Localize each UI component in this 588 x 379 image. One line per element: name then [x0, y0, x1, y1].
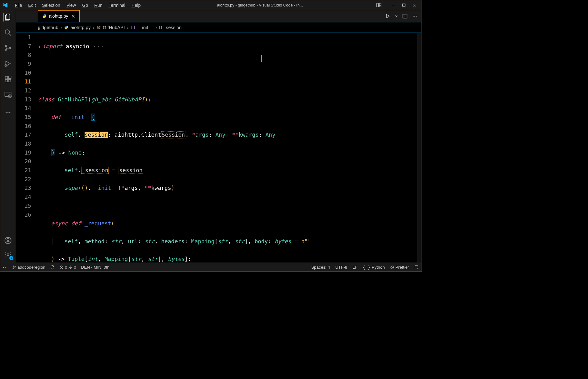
svg-point-24 — [7, 254, 9, 256]
editor-more-icon[interactable] — [412, 13, 417, 19]
svg-point-35 — [13, 266, 14, 266]
svg-point-42 — [70, 268, 71, 268]
svg-rect-13 — [5, 76, 8, 79]
line-gutter: 1 7 8 9 10 11 12 13 14 15 16 17 18 19 20… — [16, 32, 38, 262]
extensions-icon[interactable] — [3, 75, 12, 84]
settings-gear-icon[interactable]: 1 — [3, 250, 12, 259]
fold-icon[interactable]: › — [38, 42, 41, 51]
svg-point-31 — [416, 16, 417, 17]
chevron-right-icon: › — [93, 25, 94, 30]
svg-point-7 — [5, 30, 10, 34]
text-cursor — [261, 55, 261, 62]
activity-bar: 1 — [0, 10, 16, 262]
svg-rect-32 — [132, 26, 135, 29]
split-editor-icon[interactable] — [402, 13, 408, 19]
menu-terminal[interactable]: Terminal — [106, 2, 128, 7]
svg-rect-1 — [379, 3, 381, 5]
menu-go[interactable]: Go — [79, 2, 91, 7]
status-language[interactable]: { } Python — [363, 265, 385, 270]
code-content[interactable]: ›import asyncio ··· class GitHubAPI(gh_a… — [38, 32, 418, 262]
tab-close-icon[interactable] — [71, 14, 75, 18]
breadcrumb[interactable]: gidgethub › aiohttp.py › GitHubAPI › __i… — [16, 22, 422, 32]
tab-aiohttp[interactable]: aiohttp.py — [38, 10, 80, 22]
svg-point-20 — [7, 112, 8, 113]
tab-filename: aiohttp.py — [49, 14, 68, 19]
svg-point-9 — [5, 45, 7, 47]
status-eol[interactable]: LF — [353, 265, 358, 270]
svg-rect-14 — [5, 79, 8, 82]
close-icon[interactable] — [412, 3, 417, 8]
breadcrumb-file[interactable]: aiohttp.py — [64, 25, 90, 30]
svg-line-8 — [9, 33, 11, 36]
svg-point-30 — [414, 16, 415, 17]
svg-line-44 — [391, 266, 393, 268]
run-dropdown-icon[interactable] — [395, 15, 398, 18]
status-sync[interactable] — [50, 265, 55, 269]
explorer-icon[interactable] — [3, 13, 12, 22]
python-file-icon — [42, 14, 47, 18]
menu-view[interactable]: View — [63, 2, 79, 7]
source-control-icon[interactable] — [3, 44, 12, 53]
title-bar: File Edit Selection View Go Run Terminal… — [0, 0, 422, 10]
chevron-right-icon: › — [127, 25, 128, 30]
svg-point-11 — [9, 47, 10, 49]
svg-point-19 — [6, 112, 6, 113]
window-title: aiohttp.py - gidgethub - Visual Studio C… — [144, 3, 376, 7]
gear-badge: 1 — [9, 256, 13, 260]
status-encoding[interactable]: UTF-8 — [335, 265, 347, 270]
status-region[interactable]: DEN - MIN, 0th — [81, 265, 109, 270]
svg-rect-34 — [162, 26, 164, 29]
svg-point-36 — [13, 268, 14, 269]
run-debug-icon[interactable] — [3, 59, 12, 68]
svg-point-23 — [7, 238, 9, 241]
svg-point-29 — [413, 16, 414, 17]
menu-file[interactable]: File — [12, 2, 25, 7]
remote-explorer-icon[interactable] — [3, 90, 12, 99]
status-spaces[interactable]: Spaces: 4 — [311, 265, 330, 270]
minimize-icon[interactable] — [391, 3, 396, 8]
svg-point-10 — [5, 49, 7, 51]
chevron-right-icon: › — [155, 25, 157, 30]
breadcrumb-root[interactable]: gidgethub — [38, 25, 58, 30]
svg-rect-16 — [9, 76, 11, 79]
svg-rect-0 — [377, 3, 379, 7]
status-branch[interactable]: addcoderegion — [12, 265, 45, 270]
breadcrumb-symbol[interactable]: session — [159, 25, 182, 30]
chevron-right-icon: › — [61, 25, 62, 30]
account-icon[interactable] — [3, 236, 12, 245]
remote-icon[interactable] — [3, 265, 7, 269]
menu-edit[interactable]: Edit — [25, 2, 39, 7]
code-editor[interactable]: 1 7 8 9 10 11 12 13 14 15 16 17 18 19 20… — [16, 32, 422, 262]
vscode-logo-icon — [2, 2, 8, 8]
minimap[interactable] — [418, 32, 422, 262]
menu-run[interactable]: Run — [91, 2, 105, 7]
status-prettier[interactable]: Prettier — [390, 265, 409, 270]
maximize-icon[interactable] — [401, 3, 406, 8]
svg-point-21 — [9, 112, 10, 113]
svg-rect-33 — [159, 26, 162, 29]
menu-selection[interactable]: Selection — [39, 2, 63, 7]
svg-rect-2 — [379, 5, 381, 7]
more-icon[interactable] — [3, 108, 12, 117]
svg-rect-4 — [403, 4, 405, 6]
breadcrumb-class[interactable]: GitHubAPI — [97, 25, 125, 30]
status-notifications-icon[interactable] — [414, 265, 419, 269]
menu-help[interactable]: Help — [128, 2, 144, 7]
search-icon[interactable] — [3, 28, 12, 37]
status-problems[interactable]: 0 0 — [60, 265, 76, 270]
run-file-icon[interactable] — [385, 13, 390, 19]
breadcrumb-method[interactable]: __init__ — [131, 25, 153, 30]
status-bar: addcoderegion 0 0 DEN - MIN, 0th Spaces:… — [0, 263, 422, 272]
layout-icon[interactable] — [376, 2, 381, 8]
tab-bar: aiohttp.py — [16, 10, 422, 22]
svg-rect-15 — [8, 79, 11, 82]
